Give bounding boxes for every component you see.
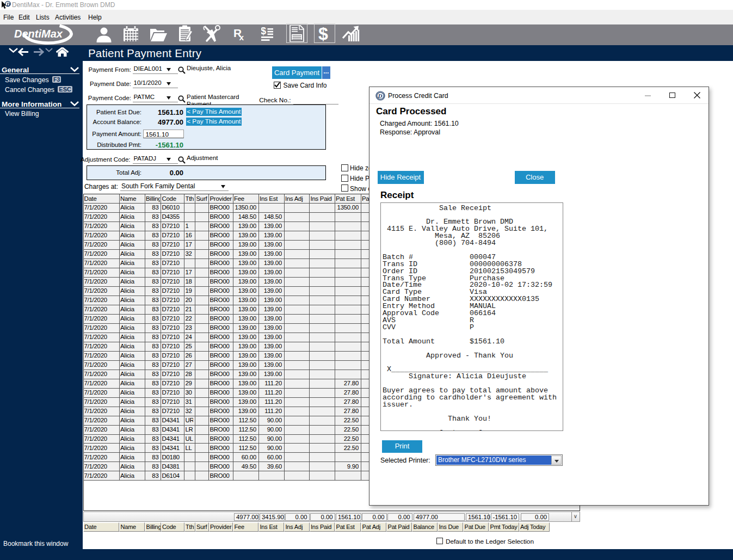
svg-text:D: D [6,2,10,7]
svg-text:$: $ [318,24,328,42]
svg-text:D: D [378,93,383,99]
svg-text:DentiMax: DentiMax [14,28,63,40]
svg-text:x: x [239,33,244,41]
svg-text:$: $ [261,26,266,36]
